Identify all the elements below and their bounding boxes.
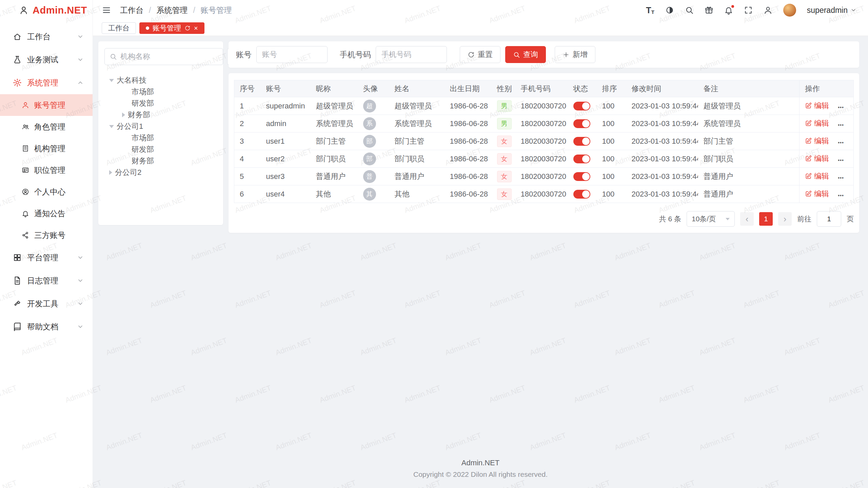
hamburger-menu-icon[interactable] — [102, 5, 111, 15]
goto-page-input[interactable] — [817, 211, 841, 227]
tree-node-label: 大名科技 — [117, 75, 146, 85]
more-icon[interactable] — [838, 120, 844, 128]
sidebar-item-third-party-account[interactable]: 三方账号 — [0, 224, 93, 246]
logo-text: Admin.NET — [33, 5, 87, 16]
more-icon[interactable] — [838, 173, 844, 181]
sidebar-item-workbench[interactable]: 工作台 — [0, 25, 93, 48]
edit-button[interactable]: 编辑 — [805, 189, 829, 199]
status-toggle[interactable] — [573, 172, 590, 181]
cell-remark: 普通用户 — [698, 168, 800, 185]
chevron-down-icon — [77, 300, 84, 307]
tree-node[interactable]: 市场部 — [104, 86, 217, 98]
status-toggle[interactable] — [573, 102, 590, 110]
edit-button[interactable]: 编辑 — [805, 101, 829, 111]
caret-down-icon — [109, 79, 114, 82]
sidebar-item-help-docs[interactable]: 帮助文档 — [0, 315, 93, 338]
sidebar-item-business-test[interactable]: 业务测试 — [0, 48, 93, 71]
chevron-down-icon — [77, 56, 84, 63]
tab-account-mgmt[interactable]: 账号管理 × — [139, 22, 204, 34]
table-row: 1 superadmin 超级管理员 超 超级管理员 1986-06-28 男 … — [234, 97, 854, 115]
org-name-input[interactable] — [120, 52, 218, 61]
search-button[interactable]: 查询 — [505, 46, 546, 63]
reset-button[interactable]: 重置 — [460, 46, 500, 63]
more-icon[interactable] — [838, 102, 844, 111]
cell-gender: 女 — [492, 150, 515, 168]
font-size-icon[interactable]: TT — [646, 6, 654, 15]
sidebar-item-log-mgmt[interactable]: 日志管理 — [0, 269, 93, 292]
sidebar-item-personal-center[interactable]: 个人中心 — [0, 181, 93, 203]
sidebar-item-org-mgmt[interactable]: 机构管理 — [0, 138, 93, 159]
more-icon[interactable] — [838, 190, 844, 199]
tree-node[interactable]: 财务部 — [104, 155, 217, 167]
notification-bell-icon[interactable] — [724, 6, 733, 15]
status-toggle[interactable] — [573, 155, 590, 163]
chevron-down-icon — [77, 323, 84, 330]
tree-node[interactable]: 研发部 — [104, 98, 217, 109]
tree-node[interactable]: 研发部 — [104, 144, 217, 155]
cell-index: 1 — [234, 97, 261, 115]
gift-icon[interactable] — [705, 6, 713, 15]
toggle-knob — [582, 173, 590, 180]
account-input[interactable] — [256, 46, 328, 63]
edit-button[interactable]: 编辑 — [805, 118, 829, 128]
tree-node-label: 分公司1 — [117, 121, 143, 131]
theme-icon[interactable] — [665, 6, 674, 15]
sidebar-item-platform-mgmt[interactable]: 平台管理 — [0, 246, 93, 269]
tree-node-label: 财务部 — [132, 156, 154, 166]
tree-node-label: 市场部 — [132, 133, 154, 143]
breadcrumb-item[interactable]: 工作台 — [120, 5, 143, 16]
caret-down-icon — [726, 218, 730, 220]
cell-actions: 编辑 — [800, 185, 854, 203]
status-toggle[interactable] — [573, 190, 590, 199]
add-button[interactable]: 新增 — [555, 46, 595, 63]
tree-node-label: 财务部 — [128, 110, 150, 120]
refresh-icon[interactable] — [184, 25, 191, 31]
page-size-select[interactable]: 10条/页 — [687, 211, 735, 227]
sidebar-item-notice[interactable]: 通知公告 — [0, 203, 93, 224]
tree-node[interactable]: 大名科技 — [104, 75, 217, 86]
more-icon[interactable] — [838, 138, 844, 146]
status-toggle[interactable] — [573, 119, 590, 128]
prev-page-button[interactable]: ‹ — [740, 212, 754, 226]
sidebar-item-dev-tools[interactable]: 开发工具 — [0, 292, 93, 315]
org-panel: 大名科技 市场部 研发部 财务部 分公司1 市场部 研发部 财务部 分公司2 — [98, 41, 223, 225]
file-icon — [13, 276, 22, 285]
profile-icon[interactable] — [764, 6, 772, 15]
sidebar-item-role-mgmt[interactable]: 角色管理 — [0, 116, 93, 138]
next-page-button[interactable]: › — [778, 212, 792, 226]
tree-node[interactable]: 财务部 — [104, 109, 217, 121]
close-icon[interactable]: × — [194, 25, 198, 32]
edit-button[interactable]: 编辑 — [805, 171, 829, 181]
column-header: 排序 — [597, 80, 626, 97]
breadcrumb-item[interactable]: 系统管理 — [156, 5, 188, 16]
notification-badge — [731, 4, 735, 8]
fullscreen-icon[interactable] — [744, 6, 753, 15]
user-menu[interactable]: superadmin — [807, 6, 856, 15]
search-icon[interactable] — [685, 6, 694, 15]
page-footer: Admin.NET Copyright © 2022 Dilon All rig… — [93, 453, 868, 488]
tab-workbench[interactable]: 工作台 — [102, 22, 136, 34]
total-count: 共 6 条 — [659, 214, 681, 224]
tree-node[interactable]: 分公司2 — [104, 167, 217, 178]
sidebar-item-account-mgmt[interactable]: 账号管理 — [0, 94, 93, 116]
table-row: 2 admin 系统管理员 系 系统管理员 1986-06-28 男 18020… — [234, 115, 854, 133]
cell-birthdate: 1986-06-28 — [445, 168, 492, 185]
more-icon[interactable] — [838, 155, 844, 164]
cell-gender: 女 — [492, 133, 515, 150]
sidebar-item-system-mgmt[interactable]: 系统管理 — [0, 71, 93, 94]
status-toggle[interactable] — [573, 137, 590, 146]
tree-node[interactable]: 分公司1 — [104, 121, 217, 132]
edit-button[interactable]: 编辑 — [805, 136, 829, 146]
cell-gender: 女 — [492, 168, 515, 185]
edit-icon — [805, 190, 812, 197]
cell-sort: 100 — [597, 133, 626, 150]
edit-button[interactable]: 编辑 — [805, 154, 829, 164]
phone-input[interactable] — [376, 46, 447, 63]
table-row: 3 user1 部门主管 部 部门主管 1986-06-28 女 1802003… — [234, 133, 854, 150]
sidebar-item-position-mgmt[interactable]: 职位管理 — [0, 159, 93, 181]
cell-actions: 编辑 — [800, 133, 854, 150]
avatar[interactable] — [783, 4, 796, 17]
page-number-button[interactable]: 1 — [759, 212, 773, 226]
tree-node[interactable]: 市场部 — [104, 132, 217, 144]
cell-status — [568, 150, 597, 168]
